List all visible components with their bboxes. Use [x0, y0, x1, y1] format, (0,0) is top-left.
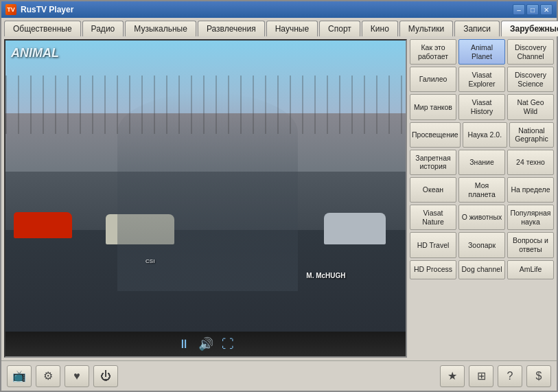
ch-okean[interactable]: Океан	[410, 177, 456, 203]
pause-button[interactable]: ⏸	[178, 337, 190, 351]
channel-row-6: Viasat Nature О животных Популярная наук…	[410, 205, 554, 230]
video-panel: ANIMAL M. McHUGH CSI ⏸ 🔊 ⛶	[4, 39, 407, 358]
help-icon: ?	[507, 370, 513, 382]
tab-radio[interactable]: Радио	[82, 21, 124, 36]
ch-viasat-history[interactable]: Viasat History	[458, 94, 505, 119]
restore-button[interactable]: □	[526, 4, 539, 15]
volume-button[interactable]: 🔊	[198, 336, 213, 351]
channel-row-3: Просвещение Наука 2.0. National Gegraphi…	[410, 122, 554, 148]
channel-row-2: Мир танков Viasat History Nat Geo Wild	[410, 94, 554, 119]
ch-na-predele[interactable]: На пределе	[507, 177, 554, 203]
ch-24-tehno[interactable]: 24 техно	[507, 150, 554, 175]
ch-o-zhivotnykh[interactable]: О животных	[458, 205, 505, 230]
channel-row-7: HD Travel Зоопарк Вопросы и ответы	[410, 232, 554, 257]
fence-overlay	[5, 76, 406, 134]
grid-button[interactable]: ⊞	[469, 365, 493, 387]
tab-zapisi[interactable]: Записи	[454, 21, 500, 36]
close-button[interactable]: ✕	[540, 4, 553, 15]
heart-icon: ♥	[73, 370, 80, 382]
power-button[interactable]: ⏻	[93, 365, 118, 387]
channel-row-0: Как это работает Animal Planet Discovery…	[410, 39, 554, 65]
ch-hd-process[interactable]: HD Process	[410, 260, 456, 279]
tv-icon: 📺	[12, 369, 26, 382]
favorites-button[interactable]: ♥	[65, 365, 89, 387]
ch-populyarnaya-nauka[interactable]: Популярная наука	[507, 205, 554, 230]
star-icon: ★	[447, 369, 457, 382]
money-icon: $	[536, 370, 542, 382]
ch-nauka[interactable]: Наука 2.0.	[463, 122, 507, 148]
app-icon: TV	[5, 4, 16, 15]
tab-sport[interactable]: Спорт	[319, 21, 360, 36]
fullscreen-button[interactable]: ⛶	[222, 337, 234, 351]
titlebar-left: TV RusTV Player	[5, 4, 73, 15]
window-controls: – □ ✕	[513, 4, 553, 15]
tab-multiki[interactable]: Мультики	[399, 21, 453, 36]
person-name: M. McHUGH	[306, 272, 345, 279]
car-element-1	[14, 212, 72, 238]
bottom-left-controls: 📺 ⚙ ♥ ⏻	[7, 365, 118, 387]
channel-grid: Как это работает Animal Planet Discovery…	[410, 39, 554, 358]
ch-discovery-science[interactable]: Discovery Science	[507, 67, 554, 92]
bottom-bar: 📺 ⚙ ♥ ⏻ ★ ⊞ ? $	[1, 360, 557, 391]
channel-row-5: Океан Моя планета На пределе	[410, 177, 554, 203]
tab-kino[interactable]: Кино	[362, 21, 398, 36]
main-area: ANIMAL M. McHUGH CSI ⏸ 🔊 ⛶ К	[1, 36, 557, 360]
titlebar: TV RusTV Player – □ ✕	[1, 1, 557, 18]
tab-nauchnye[interactable]: Научные	[266, 21, 318, 36]
power-icon: ⏻	[100, 370, 111, 382]
ch-amlife[interactable]: AmLife	[507, 260, 554, 279]
bottom-right-controls: ★ ⊞ ? $	[440, 365, 551, 387]
grid-icon: ⊞	[477, 369, 486, 382]
ch-discovery-channel[interactable]: Discovery Channel	[507, 39, 554, 65]
settings-button[interactable]: ⚙	[36, 365, 60, 387]
settings-icon: ⚙	[43, 369, 53, 382]
ch-nat-geo-wild[interactable]: Nat Geo Wild	[507, 94, 554, 119]
ch-dog-channel[interactable]: Dog channel	[458, 260, 505, 279]
ch-national-geographic[interactable]: National Gegraphic	[509, 122, 554, 148]
channel-logo: ANIMAL	[11, 46, 59, 60]
tv-button[interactable]: 📺	[7, 365, 32, 387]
money-button[interactable]: $	[526, 365, 551, 387]
ch-animal-planet[interactable]: Animal Planet	[458, 39, 505, 65]
help-button[interactable]: ?	[498, 365, 522, 387]
channel-row-8: HD Process Dog channel AmLife	[410, 260, 554, 279]
ch-znanie[interactable]: Знание	[458, 150, 505, 175]
ch-hd-travel[interactable]: HD Travel	[410, 232, 456, 257]
ch-kak-eto-rabotaet[interactable]: Как это работает	[410, 39, 456, 65]
tab-zarubezhnye[interactable]: Зарубежные	[501, 21, 558, 36]
car-element-3	[324, 213, 386, 244]
video-controls: ⏸ 🔊 ⛶	[5, 332, 406, 356]
ch-zoopark[interactable]: Зоопарк	[458, 232, 505, 257]
video-screen: ANIMAL M. McHUGH CSI	[5, 41, 406, 332]
ch-mir-tankov[interactable]: Мир танков	[410, 94, 456, 119]
ch-viasat-nature[interactable]: Viasat Nature	[410, 205, 456, 230]
ch-moya-planeta[interactable]: Моя планета	[458, 177, 505, 203]
minimize-button[interactable]: –	[513, 4, 525, 15]
channel-row-1: Галилео Viasat Explorer Discovery Scienc…	[410, 67, 554, 92]
tabs-bar: Общественные Радио Музыкальные Развлечен…	[1, 18, 557, 36]
channel-row-4: Запретная история Знание 24 техно	[410, 150, 554, 175]
ch-zapret-istoriya[interactable]: Запретная история	[410, 150, 456, 175]
tab-obshestvennye[interactable]: Общественные	[4, 21, 81, 36]
ch-viasat-explorer[interactable]: Viasat Explorer	[458, 67, 505, 92]
tab-razvlecheniya[interactable]: Развлечения	[198, 21, 265, 36]
person-badge: CSI	[146, 258, 154, 264]
ch-voprosy-otvety[interactable]: Вопросы и ответы	[507, 232, 554, 257]
main-window: TV RusTV Player – □ ✕ Общественные Радио…	[0, 0, 558, 392]
ch-prosveshenie[interactable]: Просвещение	[410, 122, 461, 148]
app-title: RusTV Player	[21, 5, 73, 14]
ch-galileo[interactable]: Галилео	[410, 67, 456, 92]
tab-muzykalnye[interactable]: Музыкальные	[125, 21, 196, 36]
star-button[interactable]: ★	[440, 365, 465, 387]
